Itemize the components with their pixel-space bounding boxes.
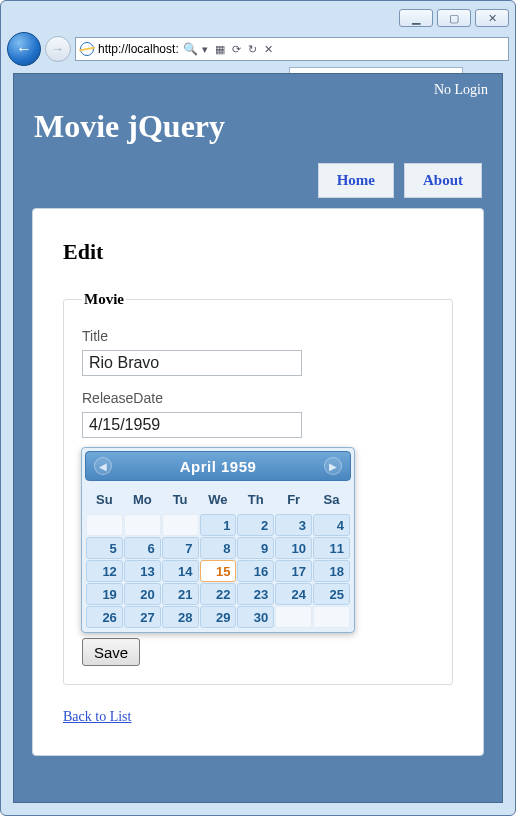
address-bar[interactable]: http://localhost: 🔍 ▾ ▦ ⟳ ↻ ✕ <box>75 37 509 61</box>
datepicker-dow: Tu <box>162 486 199 513</box>
window-titlebar: ▁ ▢ ✕ <box>1 1 515 31</box>
page-header: No Login <box>14 74 502 98</box>
datepicker-day[interactable]: 30 <box>237 606 274 628</box>
datepicker-day[interactable]: 25 <box>313 583 350 605</box>
site-title: Movie jQuery <box>14 98 502 145</box>
back-button[interactable]: ← <box>7 32 41 66</box>
datepicker-day[interactable]: 24 <box>275 583 312 605</box>
datepicker-day[interactable]: 28 <box>162 606 199 628</box>
datepicker-day[interactable]: 21 <box>162 583 199 605</box>
datepicker-dow: We <box>200 486 237 513</box>
datepicker-row: 2627282930 <box>86 606 350 628</box>
datepicker-day[interactable]: 5 <box>86 537 123 559</box>
datepicker-day[interactable]: 11 <box>313 537 350 559</box>
datepicker-day[interactable]: 2 <box>237 514 274 536</box>
datepicker-day[interactable]: 17 <box>275 560 312 582</box>
releasedate-input[interactable] <box>82 412 302 438</box>
fieldset-legend: Movie <box>82 291 126 308</box>
datepicker-header: ◀ April 1959 ▶ <box>85 451 351 481</box>
address-bar-controls[interactable]: ▾ ▦ ⟳ ↻ ✕ <box>202 43 275 56</box>
content-card: Edit Movie Title ReleaseDate Save Back t… <box>32 208 484 756</box>
datepicker-day[interactable]: 20 <box>124 583 161 605</box>
datepicker-grid: SuMoTuWeThFrSa 1234567891011121314151617… <box>85 485 351 629</box>
nav-home[interactable]: Home <box>318 163 394 198</box>
datepicker-title: April 1959 <box>180 458 257 475</box>
datepicker-day[interactable]: 8 <box>200 537 237 559</box>
browser-toolbar: ← → http://localhost: 🔍 ▾ ▦ ⟳ ↻ ✕ <box>1 31 515 67</box>
datepicker-day[interactable]: 22 <box>200 583 237 605</box>
datepicker-day[interactable]: 7 <box>162 537 199 559</box>
datepicker-dow: Mo <box>124 486 161 513</box>
nav-about[interactable]: About <box>404 163 482 198</box>
datepicker-day[interactable]: 26 <box>86 606 123 628</box>
datepicker-day[interactable]: 16 <box>237 560 274 582</box>
forward-button[interactable]: → <box>45 36 71 62</box>
datepicker-dow: Fr <box>275 486 312 513</box>
page-heading: Edit <box>63 239 453 265</box>
datepicker-day[interactable]: 14 <box>162 560 199 582</box>
datepicker-row: 1234 <box>86 514 350 536</box>
datepicker-prev-icon[interactable]: ◀ <box>94 457 112 475</box>
window-close-button[interactable]: ✕ <box>475 9 509 27</box>
datepicker-row: 567891011 <box>86 537 350 559</box>
search-icon: 🔍 <box>183 42 198 56</box>
releasedate-label: ReleaseDate <box>82 390 434 406</box>
datepicker-day[interactable]: 13 <box>124 560 161 582</box>
datepicker-blank <box>162 514 199 536</box>
datepicker-day[interactable]: 3 <box>275 514 312 536</box>
window-minimize-button[interactable]: ▁ <box>399 9 433 27</box>
url-text: http://localhost: <box>98 42 179 56</box>
datepicker-day[interactable]: 27 <box>124 606 161 628</box>
datepicker-day[interactable]: 4 <box>313 514 350 536</box>
datepicker-day[interactable]: 15 <box>200 560 237 582</box>
ie-icon <box>80 42 94 56</box>
browser-window: ▁ ▢ ✕ ← → http://localhost: 🔍 ▾ ▦ ⟳ ↻ ✕ … <box>0 0 516 816</box>
datepicker-day[interactable]: 10 <box>275 537 312 559</box>
title-label: Title <box>82 328 434 344</box>
datepicker-next-icon[interactable]: ▶ <box>324 457 342 475</box>
datepicker-blank <box>313 606 350 628</box>
datepicker-day[interactable]: 12 <box>86 560 123 582</box>
datepicker-dow: Th <box>237 486 274 513</box>
datepicker-dow: Su <box>86 486 123 513</box>
datepicker-dow: Sa <box>313 486 350 513</box>
title-input[interactable] <box>82 350 302 376</box>
datepicker-row: 19202122232425 <box>86 583 350 605</box>
datepicker-day[interactable]: 6 <box>124 537 161 559</box>
datepicker-row: 12131415161718 <box>86 560 350 582</box>
datepicker-blank <box>275 606 312 628</box>
save-button[interactable]: Save <box>82 638 140 666</box>
datepicker-dow-row: SuMoTuWeThFrSa <box>86 486 350 513</box>
datepicker-day[interactable]: 1 <box>200 514 237 536</box>
datepicker-day[interactable]: 23 <box>237 583 274 605</box>
login-link[interactable]: No Login <box>434 82 488 98</box>
page-viewport: No Login Movie jQuery Home About Edit Mo… <box>13 73 503 803</box>
datepicker-day[interactable]: 9 <box>237 537 274 559</box>
datepicker-day[interactable]: 18 <box>313 560 350 582</box>
datepicker-day[interactable]: 19 <box>86 583 123 605</box>
datepicker-blank <box>86 514 123 536</box>
back-to-list-link[interactable]: Back to List <box>63 709 131 725</box>
datepicker-day[interactable]: 29 <box>200 606 237 628</box>
datepicker: ◀ April 1959 ▶ SuMoTuWeThFrSa 1234567891… <box>81 447 355 633</box>
top-nav: Home About <box>14 145 502 198</box>
datepicker-blank <box>124 514 161 536</box>
window-maximize-button[interactable]: ▢ <box>437 9 471 27</box>
datepicker-body: 1234567891011121314151617181920212223242… <box>86 514 350 628</box>
